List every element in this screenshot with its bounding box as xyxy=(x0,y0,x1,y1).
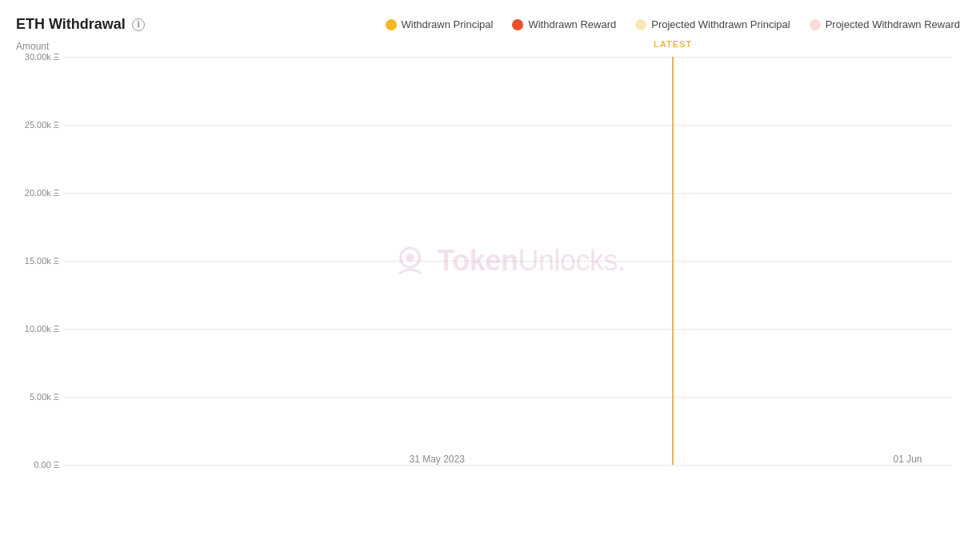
legend-dot xyxy=(512,19,523,30)
legend-dot xyxy=(386,19,397,30)
legend-label: Projected Withdrawn Principal xyxy=(651,18,790,30)
bars-area: LATEST TokenUnlocks. xyxy=(64,57,952,465)
chart-area: Amount 30.00k Ξ25.00k Ξ20.00k Ξ15.00k Ξ1… xyxy=(16,41,960,505)
x-axis: 31 May 202301 Jun xyxy=(64,441,952,465)
legend-item-0: Withdrawn Principal xyxy=(386,18,494,30)
legend-label: Withdrawn Principal xyxy=(402,18,494,30)
y-tick-label: 20.00k Ξ xyxy=(25,188,59,198)
y-tick-label: 30.00k Ξ xyxy=(25,52,59,62)
legend-dot xyxy=(635,19,646,30)
y-tick-label: 15.00k Ξ xyxy=(25,256,59,266)
chart-title: ETH Withdrawal xyxy=(16,16,126,33)
info-icon[interactable]: ℹ xyxy=(132,18,145,31)
legend-label: Projected Withdrawn Reward xyxy=(826,18,960,30)
watermark: TokenUnlocks. xyxy=(391,242,626,280)
chart-container: ETH Withdrawal ℹ Withdrawn PrincipalWith… xyxy=(0,0,976,560)
svg-point-1 xyxy=(406,254,414,262)
y-tick-label: 5.00k Ξ xyxy=(30,392,59,402)
legend-item-1: Withdrawn Reward xyxy=(512,18,616,30)
legend-label: Withdrawn Reward xyxy=(528,18,616,30)
latest-line: LATEST xyxy=(672,57,674,465)
watermark-text: TokenUnlocks. xyxy=(438,244,626,278)
legend: Withdrawn PrincipalWithdrawn RewardProje… xyxy=(386,18,960,30)
legend-item-2: Projected Withdrawn Principal xyxy=(635,18,790,30)
y-tick-label: 0.00 Ξ xyxy=(34,460,59,470)
x-tick-label: 01 Jun xyxy=(893,454,922,465)
svg-point-0 xyxy=(401,248,420,267)
x-tick-label: 31 May 2023 xyxy=(409,454,464,465)
chart-inner: 30.00k Ξ25.00k Ξ20.00k Ξ15.00k Ξ10.00k Ξ… xyxy=(64,57,952,465)
chart-header: ETH Withdrawal ℹ Withdrawn PrincipalWith… xyxy=(16,16,960,33)
y-tick-label: 10.00k Ξ xyxy=(25,324,59,334)
y-axis-label: Amount xyxy=(16,41,49,52)
y-tick-label: 25.00k Ξ xyxy=(25,120,59,130)
legend-item-3: Projected Withdrawn Reward xyxy=(810,18,960,30)
legend-dot xyxy=(810,19,821,30)
grid-line xyxy=(64,465,952,466)
latest-label: LATEST xyxy=(654,39,692,49)
